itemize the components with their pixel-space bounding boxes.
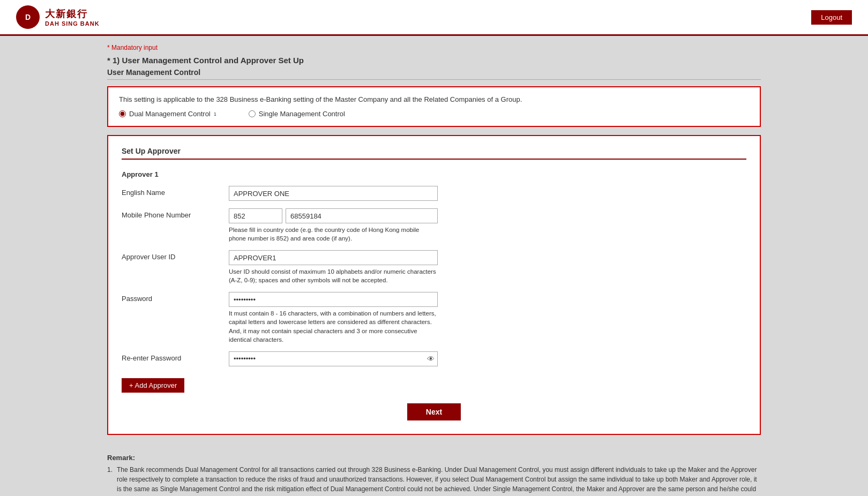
password-label: Password (122, 292, 229, 303)
dual-superscript: 1 (214, 111, 216, 117)
dual-management-label: Dual Management Control (129, 110, 211, 118)
logo-text: 大新銀行 DAH SING BANK (45, 7, 100, 27)
next-button[interactable]: Next (407, 403, 461, 420)
eye-icon[interactable]: 👁 (427, 355, 435, 363)
approver-box-title: Set Up Approver (122, 147, 746, 160)
phone-group (229, 208, 438, 223)
mobile-number-input[interactable] (286, 208, 438, 223)
mobile-hint: Please fill in country code (e.g. the co… (229, 226, 438, 243)
user-id-label: Approver User ID (122, 250, 229, 261)
reenter-password-row: Re-enter Password 👁 (122, 351, 746, 366)
next-button-row: Next (122, 403, 746, 420)
user-id-hint: User ID should consist of maximum 10 alp… (229, 267, 438, 284)
user-id-row: Approver User ID User ID should consist … (122, 250, 746, 284)
mandatory-note: * Mandatory input (107, 44, 761, 51)
password-input[interactable] (229, 292, 438, 307)
remark-title: Remark: (107, 454, 761, 462)
user-id-input[interactable] (229, 250, 438, 265)
management-control-info-box: This setting is applicable to the 328 Bu… (107, 86, 761, 127)
approver-setup-box: Set Up Approver Approver 1 English Name … (107, 135, 761, 435)
main-content: * Mandatory input * 1) User Management C… (0, 36, 868, 454)
single-management-radio[interactable] (249, 110, 256, 117)
reenter-password-field: 👁 (229, 351, 746, 366)
mobile-country-input[interactable] (229, 208, 282, 223)
approver1-label: Approver 1 (122, 170, 746, 178)
dual-management-radio[interactable] (119, 110, 126, 117)
password-hint: It must contain 8 - 16 characters, with … (229, 309, 438, 343)
mobile-phone-row: Mobile Phone Number Please fill in count… (122, 208, 746, 243)
single-management-label: Single Management Control (259, 110, 345, 118)
page-title: * 1) User Management Control and Approve… (107, 56, 761, 65)
password-row: Password It must contain 8 - 16 characte… (122, 292, 746, 343)
dual-management-radio-label[interactable]: Dual Management Control1 (119, 110, 216, 118)
password-field: It must contain 8 - 16 characters, with … (229, 292, 746, 343)
english-name-input[interactable] (229, 186, 438, 201)
english-name-row: English Name (122, 186, 746, 201)
user-id-field: User ID should consist of maximum 10 alp… (229, 250, 746, 284)
reenter-password-input[interactable] (229, 351, 438, 366)
section-title: User Management Control (107, 68, 761, 80)
remark-item: 1.The Bank recommends Dual Management Co… (107, 465, 761, 496)
reenter-password-label: Re-enter Password (122, 351, 229, 362)
svg-text:D: D (25, 13, 31, 21)
header: D 大新銀行 DAH SING BANK Logout (0, 0, 868, 36)
logo-chinese: 大新銀行 (45, 7, 100, 20)
info-box-text: This setting is applicable to the 328 Bu… (119, 95, 749, 103)
bank-logo-icon: D (16, 5, 40, 29)
add-approver-button[interactable]: + Add Approver (122, 378, 184, 393)
logo-english: DAH SING BANK (45, 20, 100, 27)
mobile-phone-field: Please fill in country code (e.g. the co… (229, 208, 746, 243)
radio-group: Dual Management Control1 Single Manageme… (119, 110, 749, 118)
logo-area: D 大新銀行 DAH SING BANK (16, 5, 100, 29)
logout-button[interactable]: Logout (811, 10, 852, 25)
remark-section: Remark: 1.The Bank recommends Dual Manag… (0, 454, 868, 496)
mobile-phone-label: Mobile Phone Number (122, 208, 229, 219)
english-name-field (229, 186, 746, 201)
remark-list: 1.The Bank recommends Dual Management Co… (107, 465, 761, 496)
single-management-radio-label[interactable]: Single Management Control (249, 110, 345, 118)
reenter-password-wrapper: 👁 (229, 351, 438, 366)
english-name-label: English Name (122, 186, 229, 197)
